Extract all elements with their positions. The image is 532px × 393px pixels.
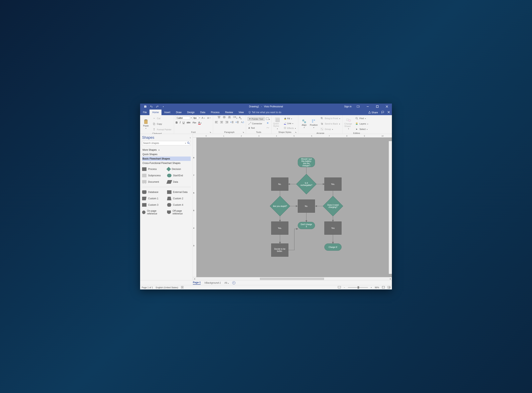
node-decision-stupid[interactable]: Are you stupid? <box>273 199 287 213</box>
change-shape-button[interactable]: Change Shape <box>344 117 353 130</box>
dialog-launcher-icon[interactable]: ⬊ <box>243 131 244 133</box>
bullets-icon[interactable]: ▾ <box>233 116 237 119</box>
node-yes-right[interactable]: Yes <box>324 221 342 235</box>
node-decision-rechargeable[interactable]: Is it rechargable? <box>299 177 314 191</box>
quick-styles-button[interactable]: Quick Styles <box>273 117 282 130</box>
underline-button[interactable]: U <box>183 121 185 124</box>
tab-process[interactable]: Process <box>208 109 222 115</box>
text-tool-button[interactable]: AText <box>248 126 265 130</box>
decrease-font-icon[interactable]: A▾ <box>206 116 211 119</box>
zoom-in-button[interactable]: + <box>371 286 372 289</box>
node-no-2[interactable]: No. <box>298 200 315 213</box>
shape-start-end[interactable]: Start/End <box>167 174 191 177</box>
page-tab-all[interactable]: All ▴ <box>225 281 229 284</box>
page-tab-vbackground[interactable]: VBackground-1 <box>204 281 221 284</box>
freeform-tool-icon[interactable] <box>266 126 269 129</box>
bold-button[interactable]: B <box>176 121 178 124</box>
undo-icon[interactable] <box>150 105 153 108</box>
connector-tool-button[interactable]: Connector <box>248 122 265 126</box>
shape-data[interactable]: Data <box>167 180 191 184</box>
node-no-1[interactable]: No. <box>271 177 288 191</box>
tab-home[interactable]: Home <box>150 109 161 115</box>
shape-database[interactable]: Database <box>142 190 166 194</box>
node-yes-bottom[interactable]: Yes. <box>271 221 288 235</box>
page-indicator[interactable]: Page 1 of 1 <box>142 286 153 289</box>
shape-onpage-ref[interactable]: On-page reference <box>142 210 166 215</box>
collapse-ribbon-icon[interactable]: ︿ <box>389 286 391 289</box>
fit-page-icon[interactable] <box>382 286 385 289</box>
shape-custom4[interactable]: Custom 4 <box>167 203 191 207</box>
language-indicator[interactable]: English (United States) <box>156 286 178 289</box>
scroll-right-icon[interactable]: ▸ <box>389 278 392 280</box>
comments-icon[interactable] <box>381 111 384 114</box>
tab-draw[interactable]: Draw <box>173 109 184 115</box>
layers-button[interactable]: Layers <box>354 121 369 126</box>
rectangle-tool-icon[interactable]: ▾ <box>266 118 270 120</box>
drawing-area[interactable]: Should I put this battery into the charg… <box>196 138 392 277</box>
tab-review[interactable]: Review <box>222 109 236 115</box>
cut-button[interactable]: ✂Cut <box>151 116 172 121</box>
node-start[interactable]: Should I put this battery into the charg… <box>298 157 315 167</box>
find-button[interactable]: Find <box>354 116 369 121</box>
close-icon[interactable] <box>384 104 390 109</box>
node-yes-1[interactable]: Yes. <box>324 177 342 191</box>
tell-me-search[interactable]: Tell me what you want to do <box>248 109 281 115</box>
line-button[interactable]: Line <box>283 121 297 125</box>
italic-button[interactable]: I <box>180 121 181 124</box>
align-bottom-icon[interactable] <box>228 116 231 119</box>
search-input[interactable] <box>142 142 185 145</box>
send-to-back-button[interactable]: Send to Back <box>319 121 341 126</box>
dialog-launcher-icon[interactable]: ⬊ <box>210 131 211 133</box>
redo-icon[interactable] <box>156 105 159 108</box>
macro-recorder-icon[interactable] <box>181 286 183 289</box>
caret-down-icon[interactable]: ▾ <box>185 142 186 144</box>
rotate-text-icon[interactable]: A <box>241 121 244 124</box>
select-button[interactable]: ➤Select <box>354 127 369 132</box>
shape-custom1[interactable]: Custom 1 <box>142 197 166 200</box>
zoom-slider[interactable] <box>348 287 368 288</box>
text-size-icon[interactable]: A▴ <box>239 116 241 119</box>
font-color-button[interactable]: A▾ <box>198 121 201 124</box>
sign-in-link[interactable]: Sign in <box>344 105 351 108</box>
horizontal-scrollbar[interactable]: ◂ ▸ <box>193 277 392 280</box>
stencil-basic-flowchart[interactable]: Basic Flowchart Shapes <box>142 157 191 161</box>
search-icon[interactable] <box>186 142 190 145</box>
copy-button[interactable]: Copy <box>151 122 172 126</box>
shape-offpage-ref[interactable]: Off-page reference <box>167 210 191 215</box>
tab-file[interactable]: File <box>140 109 150 115</box>
shape-subprocess[interactable]: Subprocess <box>142 174 166 177</box>
shapes-search[interactable]: ▾ <box>142 141 191 145</box>
align-left-icon[interactable] <box>215 121 218 124</box>
page-tab-1[interactable]: Page-1 <box>193 281 201 285</box>
tab-view[interactable]: View <box>236 109 247 115</box>
dialog-launcher-icon[interactable]: ⬊ <box>295 131 297 133</box>
effects-button[interactable]: Effects <box>283 126 297 130</box>
share-button[interactable]: Share <box>368 111 378 114</box>
close-pane-icon[interactable] <box>387 111 390 114</box>
save-icon[interactable] <box>144 105 147 108</box>
fill-button[interactable]: Fill <box>283 117 297 121</box>
more-shapes-link[interactable]: More Shapes▸ <box>142 148 191 152</box>
delete-connector-icon[interactable]: ✕ <box>267 122 269 124</box>
scroll-left-icon[interactable]: ◂ <box>193 278 196 280</box>
group-button[interactable]: Group <box>319 127 341 132</box>
bring-to-front-button[interactable]: Bring to Front <box>319 116 341 121</box>
align-right-icon[interactable] <box>225 121 229 124</box>
align-top-icon[interactable] <box>217 116 221 119</box>
zoom-out-button[interactable]: − <box>344 286 345 289</box>
change-case-button[interactable]: Aa▾ <box>192 121 196 124</box>
scroll-thumb[interactable] <box>260 278 324 280</box>
tab-insert[interactable]: Insert <box>161 109 173 115</box>
format-painter-button[interactable]: Format Painter <box>151 127 172 132</box>
tab-design[interactable]: Design <box>184 109 197 115</box>
font-size-input[interactable] <box>192 116 198 119</box>
qat-customize-icon[interactable]: ▾ <box>162 105 165 108</box>
pointer-tool-button[interactable]: ➤Pointer Tool <box>248 117 265 121</box>
collapse-pane-icon[interactable]: ‹ <box>190 136 191 139</box>
presentation-mode-icon[interactable] <box>338 286 341 289</box>
align-middle-icon[interactable] <box>222 116 226 119</box>
maximize-icon[interactable] <box>374 104 380 109</box>
vertical-scrollbar[interactable] <box>389 141 392 274</box>
node-decision-need-charging[interactable]: Does it need charging? <box>326 199 340 213</box>
shape-custom2[interactable]: Custom 2 <box>167 197 191 200</box>
